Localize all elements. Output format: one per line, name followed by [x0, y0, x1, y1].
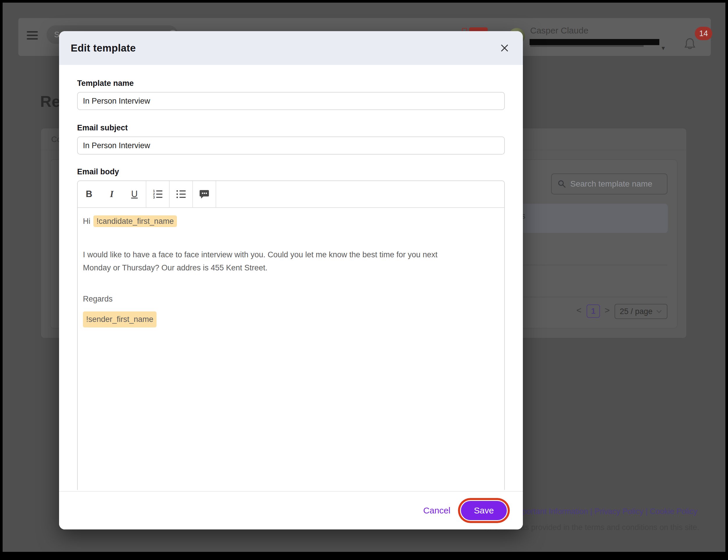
email-body-label: Email body [77, 167, 505, 176]
unordered-list-button[interactable] [170, 181, 192, 207]
user-menu-caret-icon[interactable]: ▼ [660, 45, 666, 52]
email-subject-input[interactable] [77, 137, 505, 155]
body-paragraph-line1: I would like to have a face to face inte… [83, 248, 499, 261]
page-title-fragment: Re [40, 92, 61, 110]
modal-header: Edit template [59, 31, 523, 65]
candidate-first-name-token[interactable]: !candidate_first_name [93, 215, 177, 227]
editor-toolbar: B I U 1 2 3 [78, 181, 504, 208]
body-paragraph-line2: Monday or Thursday? Our addres is 455 Ke… [83, 261, 499, 274]
insert-variable-button[interactable] [193, 181, 216, 207]
unordered-list-icon [176, 189, 186, 199]
search-icon [557, 180, 566, 188]
ordered-list-icon: 1 2 3 [153, 189, 163, 199]
user-name[interactable]: Casper Claude [530, 26, 588, 36]
pagination-prev-button[interactable]: < [576, 305, 582, 315]
greeting-text: Hi [83, 217, 91, 226]
page-size-value: 25 / page [620, 307, 653, 316]
close-icon [500, 43, 509, 53]
email-body-editor: B I U 1 2 3 [77, 180, 505, 490]
sender-first-name-token[interactable]: !sender_first_name [83, 311, 157, 327]
modal-title: Edit template [71, 42, 136, 54]
svg-text:3: 3 [153, 196, 155, 199]
notification-count-badge[interactable]: 14 [695, 27, 712, 40]
redacted-email-bar [529, 39, 659, 45]
close-button[interactable] [500, 43, 509, 53]
template-name-input[interactable] [77, 92, 505, 110]
ordered-list-button[interactable]: 1 2 3 [146, 181, 169, 207]
notification-bell-icon[interactable] [683, 36, 697, 52]
pagination-next-button[interactable]: > [605, 305, 610, 315]
edit-template-modal: Edit template Template name Email subjec… [59, 31, 523, 529]
email-subject-label: Email subject [77, 123, 505, 132]
comment-bubble-icon [199, 189, 210, 200]
closing-text: Regards [83, 293, 499, 306]
modal-body: Template name Email subject Email body B… [59, 79, 523, 490]
template-search-placeholder: Search template name [570, 179, 652, 189]
italic-button[interactable]: I [100, 181, 123, 207]
redacted-email-remnant [530, 45, 644, 47]
email-body-content[interactable]: Hi!candidate_first_name I would like to … [78, 208, 504, 334]
page-size-select[interactable]: 25 / page [614, 304, 667, 319]
bold-button[interactable]: B [78, 181, 100, 207]
template-name-label: Template name [77, 79, 505, 88]
cancel-button[interactable]: Cancel [423, 506, 450, 515]
global-search-fragment: S [54, 30, 59, 39]
save-button[interactable]: Save [461, 501, 507, 520]
modal-footer: Cancel Save [59, 491, 523, 529]
hamburger-menu-icon[interactable] [27, 31, 38, 42]
pagination-page-1[interactable]: 1 [587, 304, 600, 318]
underline-button[interactable]: U [123, 181, 146, 207]
template-search-input[interactable]: Search template name [551, 173, 667, 194]
toolbar-divider [216, 181, 216, 207]
chevron-down-icon [656, 309, 662, 313]
body-paragraph: I would like to have a face to face inte… [83, 248, 499, 274]
